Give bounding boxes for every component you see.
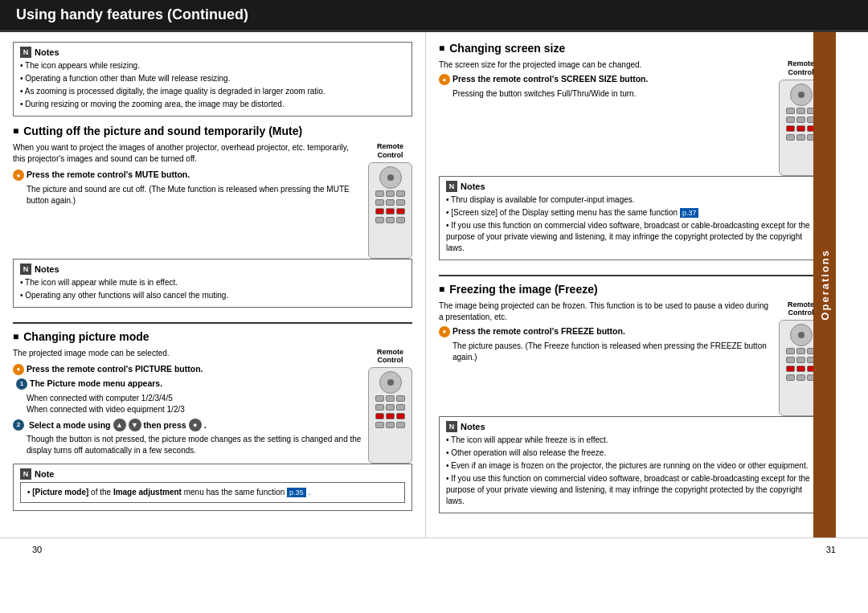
mute-intro: When you want to project the images of a… bbox=[13, 142, 412, 165]
remote-btn bbox=[375, 199, 384, 206]
list-item: If you use this function on commercial v… bbox=[446, 473, 816, 507]
top-notes-box: N Notes The icon appears while resizing.… bbox=[13, 42, 412, 116]
remote-btn bbox=[796, 134, 805, 141]
freeze-section-header: Freezing the image (Freeze) bbox=[439, 283, 823, 296]
mute-section-header: Cutting off the picture and sound tempor… bbox=[13, 125, 412, 137]
remote-red-btn bbox=[796, 125, 805, 132]
screen-size-step1: ● Press the remote control's SCREEN SIZE… bbox=[439, 74, 772, 85]
remote-button-rows bbox=[371, 190, 409, 223]
remote-btn bbox=[796, 108, 805, 114]
mute-remote-control: RemoteControl bbox=[368, 142, 412, 259]
picture-page-link[interactable]: p.35 bbox=[287, 488, 306, 497]
picture-note-box: N Note • [Picture mode] of the Image adj… bbox=[13, 464, 412, 511]
freeze-notes-list: The icon will appear while freeze is in … bbox=[446, 435, 816, 507]
remote-d-pad bbox=[379, 371, 402, 394]
list-item: Even if an image is frozen on the projec… bbox=[446, 460, 816, 472]
remote-btn bbox=[796, 357, 805, 363]
picture-mode-section: Changing picture mode RemoteControl bbox=[13, 330, 412, 520]
remote-d-pad bbox=[790, 84, 813, 106]
operations-side-tab: Operations bbox=[813, 32, 836, 537]
screen-size-section: Changing screen size RemoteControl bbox=[439, 42, 823, 268]
remote-red-btn bbox=[786, 125, 795, 132]
remote-center bbox=[798, 332, 805, 338]
list-item: As zooming is processed digitally, the i… bbox=[20, 86, 405, 97]
remote-btn bbox=[786, 348, 795, 354]
remote-row-3 bbox=[371, 208, 409, 215]
remote-red-btn bbox=[386, 208, 395, 215]
substep1-detail1: When connected with computer 1/2/3/4/5 W… bbox=[27, 393, 412, 415]
remote-btn bbox=[786, 357, 795, 363]
up-arrow-btn: ▲ bbox=[113, 419, 126, 431]
step-orange-circle: ● bbox=[13, 364, 24, 375]
remote-center bbox=[387, 379, 394, 386]
mute-step1-label: Press the remote control's MUTE button. bbox=[27, 170, 190, 179]
freeze-step1: ● Press the remote control's FREEZE butt… bbox=[439, 326, 772, 337]
picture-remote-control: RemoteControl bbox=[368, 348, 412, 464]
freeze-intro: The image being projected can be frozen.… bbox=[439, 300, 823, 323]
page-number-left: 30 bbox=[32, 545, 42, 554]
remote-btn bbox=[396, 199, 405, 206]
remote-btn bbox=[396, 190, 405, 197]
substep1-label: The Picture mode menu appears. bbox=[30, 378, 162, 388]
top-notes-list: The icon appears while resizing. Operati… bbox=[20, 60, 405, 110]
remote-center bbox=[798, 92, 805, 98]
list-item: During resizing or moving the zooming ar… bbox=[20, 99, 405, 110]
remote-btn bbox=[796, 348, 805, 354]
remote-red-btn bbox=[386, 413, 395, 419]
enter-btn: ● bbox=[189, 419, 202, 431]
remote-btn bbox=[375, 404, 384, 411]
remote-row-1 bbox=[371, 395, 409, 402]
remote-row-2 bbox=[371, 404, 409, 411]
mute-section: Cutting off the picture and sound tempor… bbox=[13, 125, 412, 316]
remote-row-4 bbox=[371, 217, 409, 223]
freeze-step1-detail: The picture pauses. (The Freeze function… bbox=[452, 341, 823, 363]
remote-row-2 bbox=[371, 199, 409, 206]
remote-d-pad bbox=[790, 324, 813, 346]
mute-step1-detail: The picture and sound are cut off. (The … bbox=[27, 184, 412, 206]
mute-notes-box: N Notes The icon will appear while mute … bbox=[13, 259, 412, 308]
page-title: Using handy features (Continued) bbox=[16, 6, 248, 22]
page-number-right: 31 bbox=[826, 545, 836, 554]
remote-btn bbox=[375, 422, 384, 428]
picture-note-item: • [Picture mode] of the Image adjustment… bbox=[20, 482, 405, 503]
list-item: Thru display is available for computer-i… bbox=[446, 194, 816, 206]
then-press-label: then press bbox=[144, 420, 186, 430]
section-divider bbox=[13, 322, 412, 324]
freeze-notes-title: N Notes bbox=[446, 421, 816, 432]
remote-d-pad bbox=[379, 166, 402, 189]
step-number-circle-2: 2 bbox=[13, 419, 24, 431]
picture-substep2: 2 Select a mode using ▲ ▼ then press ●. bbox=[13, 419, 362, 431]
picture-substep1: 1 The Picture mode menu appears. bbox=[16, 378, 362, 390]
mute-notes-title: N Notes bbox=[20, 264, 405, 275]
remote-red-btn bbox=[396, 413, 405, 419]
remote-center bbox=[387, 174, 394, 181]
list-item: The icon will appear while mute is in ef… bbox=[20, 277, 405, 288]
screen-size-notes-title: N Notes bbox=[446, 181, 816, 192]
screen-size-header: Changing screen size bbox=[439, 42, 823, 55]
step-orange-circle: ● bbox=[13, 170, 24, 181]
remote-btn bbox=[396, 217, 405, 223]
section-divider-2 bbox=[439, 275, 823, 276]
substep2-detail: Though the button is not pressed, the pi… bbox=[27, 434, 412, 456]
remote-btn bbox=[786, 116, 795, 123]
side-tab-label: Operations bbox=[819, 249, 831, 321]
top-notes-title: N Notes bbox=[20, 47, 405, 58]
page-header: Using handy features (Continued) bbox=[0, 0, 868, 32]
remote-red-btn bbox=[786, 366, 795, 372]
remote-btn bbox=[386, 190, 395, 197]
picture-remote-label: RemoteControl bbox=[368, 348, 412, 366]
remote-btn bbox=[386, 395, 395, 402]
remote-btn bbox=[796, 374, 805, 381]
notes-icon: N bbox=[20, 468, 31, 480]
step-orange-circle: ● bbox=[439, 326, 450, 337]
list-item: Operating a function other than Mute wil… bbox=[20, 73, 405, 84]
remote-btn bbox=[386, 422, 395, 428]
remote-btn bbox=[386, 404, 395, 411]
screen-size-step1-detail: Pressing the button switches Full/Thru/W… bbox=[452, 88, 823, 100]
step-orange-circle: ● bbox=[439, 74, 450, 85]
freeze-notes-box: N Notes The icon will appear while freez… bbox=[439, 416, 823, 513]
list-item: Other operation will also release the fr… bbox=[446, 447, 816, 459]
screen-size-page-link[interactable]: p.37 bbox=[680, 208, 699, 218]
picture-note-title: N Note bbox=[20, 468, 405, 480]
remote-red-btn bbox=[796, 366, 805, 372]
